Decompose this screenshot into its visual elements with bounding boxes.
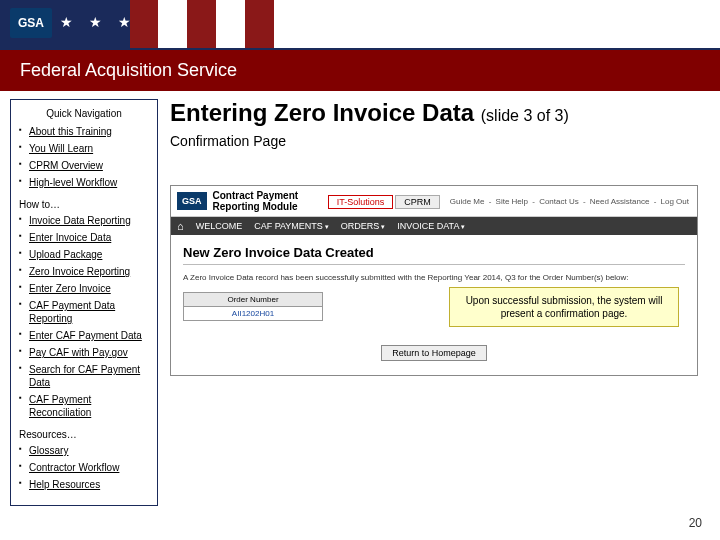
- slide-marker: (slide 3 of 3): [481, 107, 569, 124]
- ss-tab-cprm: CPRM: [395, 195, 440, 209]
- nav-invoice-data-reporting[interactable]: Invoice Data Reporting: [29, 215, 131, 226]
- service-title-bar: Federal Acquisition Service: [0, 48, 720, 91]
- nav-caf-reconciliation[interactable]: CAF Payment Reconciliation: [29, 394, 91, 418]
- nav-cprm-overview[interactable]: CPRM Overview: [29, 160, 103, 171]
- ss-table-header: Order Number: [184, 293, 322, 307]
- sidebar-resources-label: Resources…: [19, 429, 149, 440]
- ss-table-value: AII1202H01: [184, 307, 322, 320]
- nav-enter-invoice-data[interactable]: Enter Invoice Data: [29, 232, 111, 243]
- nav-pay-caf-paygov[interactable]: Pay CAF with Pay.gov: [29, 347, 128, 358]
- sidebar-group-howto: Invoice Data Reporting Enter Invoice Dat…: [19, 214, 149, 419]
- nav-search-caf-payment[interactable]: Search for CAF Payment Data: [29, 364, 140, 388]
- nav-contractor-workflow[interactable]: Contractor Workflow: [29, 462, 119, 473]
- nav-high-level-workflow[interactable]: High-level Workflow: [29, 177, 117, 188]
- sidebar-group-intro: About this Training You Will Learn CPRM …: [19, 125, 149, 189]
- page-title: Entering Zero Invoice Data (slide 3 of 3…: [170, 99, 698, 127]
- sidebar-heading: Quick Navigation: [19, 108, 149, 119]
- embedded-screenshot: GSA Contract Payment Reporting Module IT…: [170, 185, 698, 376]
- ss-gsa-logo: GSA: [177, 192, 207, 210]
- nav-you-will-learn[interactable]: You Will Learn: [29, 143, 93, 154]
- ss-module-title-line1: Contract Payment: [213, 190, 328, 201]
- nav-help-resources[interactable]: Help Resources: [29, 479, 100, 490]
- ss-return-button: Return to Homepage: [381, 345, 487, 361]
- page-subtitle: Confirmation Page: [170, 133, 698, 149]
- nav-caf-payment-reporting[interactable]: CAF Payment Data Reporting: [29, 300, 115, 324]
- ss-tab-it-solutions: IT-Solutions: [328, 195, 394, 209]
- sidebar-howto-label: How to…: [19, 199, 149, 210]
- ss-nav-orders: ORDERS: [341, 221, 385, 231]
- nav-enter-caf-payment[interactable]: Enter CAF Payment Data: [29, 330, 142, 341]
- ss-order-table: Order Number AII1202H01: [183, 292, 323, 321]
- nav-about-training[interactable]: About this Training: [29, 126, 112, 137]
- gsa-logo: GSA: [10, 8, 52, 38]
- title-text: Entering Zero Invoice Data: [170, 99, 474, 126]
- nav-enter-zero-invoice[interactable]: Enter Zero Invoice: [29, 283, 111, 294]
- ss-nav-bar: ⌂ WELCOME CAF PAYMENTS ORDERS INVOICE DA…: [171, 217, 697, 235]
- ss-confirmation-text: A Zero Invoice Data record has been succ…: [183, 273, 685, 282]
- ss-nav-caf: CAF PAYMENTS: [254, 221, 329, 231]
- sidebar-group-resources: Glossary Contractor Workflow Help Resour…: [19, 444, 149, 491]
- ss-top-links: Guide Me - Site Help - Contact Us - Need…: [448, 197, 691, 206]
- nav-glossary[interactable]: Glossary: [29, 445, 68, 456]
- flag-banner: GSA: [0, 0, 720, 48]
- quick-navigation-sidebar: Quick Navigation About this Training You…: [10, 99, 158, 506]
- callout-box: Upon successful submission, the system w…: [449, 287, 679, 327]
- nav-upload-package[interactable]: Upload Package: [29, 249, 102, 260]
- ss-nav-welcome: WELCOME: [196, 221, 243, 231]
- ss-page-heading: New Zero Invoice Data Created: [183, 245, 685, 260]
- page-number: 20: [689, 516, 702, 530]
- main-content: Entering Zero Invoice Data (slide 3 of 3…: [158, 99, 710, 506]
- home-icon: ⌂: [177, 220, 184, 232]
- ss-nav-invoice: INVOICE DATA: [397, 221, 465, 231]
- ss-module-title-line2: Reporting Module: [213, 201, 328, 212]
- nav-zero-invoice-reporting[interactable]: Zero Invoice Reporting: [29, 266, 130, 277]
